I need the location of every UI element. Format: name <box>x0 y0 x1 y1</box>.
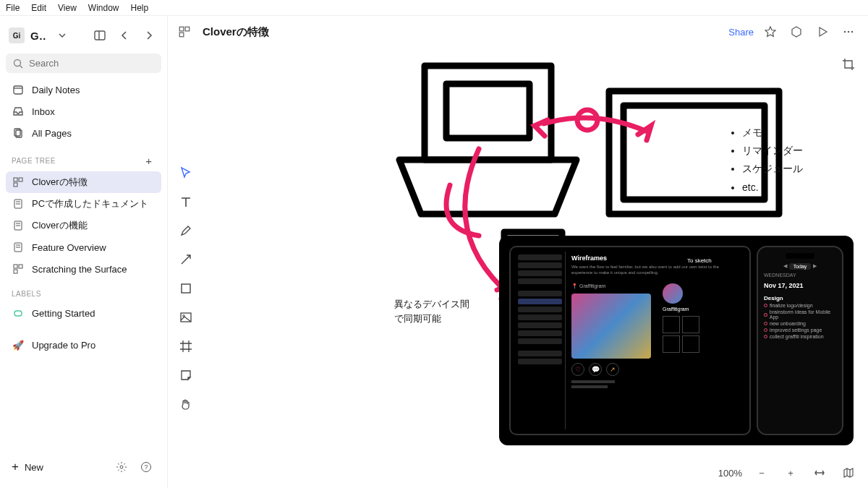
svg-rect-28 <box>185 27 190 31</box>
nav-inbox[interactable]: Inbox <box>6 100 161 122</box>
svg-rect-10 <box>14 183 17 187</box>
svg-line-3 <box>20 65 23 68</box>
new-button[interactable]: +New <box>12 460 106 474</box>
svg-rect-29 <box>179 33 184 37</box>
svg-rect-0 <box>95 31 105 40</box>
search-input[interactable] <box>6 53 161 73</box>
content-area: Cloverの特徴 Share <box>168 16 868 488</box>
svg-rect-23 <box>14 311 22 316</box>
section-pagetree: PAGE TREE + <box>6 150 161 171</box>
menu-bar: File Edit View Window Help <box>0 0 868 16</box>
tool-rectangle[interactable] <box>176 279 195 298</box>
menu-view[interactable]: View <box>58 3 77 13</box>
canvas[interactable]: 異なるデバイス間 で同期可能 メモ リマインダー スケジュール etc. <box>168 48 868 488</box>
tool-frame[interactable] <box>176 337 195 356</box>
chevron-down-icon[interactable] <box>53 26 72 45</box>
nav-all-pages[interactable]: All Pages <box>6 122 161 144</box>
help-icon[interactable]: ? <box>137 458 156 476</box>
menu-file[interactable]: File <box>6 3 20 13</box>
document-icon <box>12 197 25 210</box>
svg-text:?: ? <box>144 463 148 471</box>
svg-rect-20 <box>14 265 17 268</box>
page-item-feature-overview[interactable]: Feature Overview <box>6 236 161 258</box>
svg-rect-21 <box>19 265 22 268</box>
section-labels: LABELS <box>6 286 161 302</box>
back-icon[interactable] <box>115 26 134 45</box>
label-icon <box>12 307 25 320</box>
share-button[interactable]: Share <box>728 27 754 38</box>
more-icon[interactable] <box>839 22 858 41</box>
rocket-icon: 🚀 <box>12 338 25 351</box>
page-item-clover-func[interactable]: Cloverの機能 <box>6 215 161 236</box>
bullet-list: メモ リマインダー スケジュール etc. <box>729 124 803 197</box>
nav-daily-label: Daily Notes <box>32 85 80 95</box>
svg-rect-9 <box>19 178 22 181</box>
svg-point-31 <box>848 31 849 33</box>
nav-daily-notes[interactable]: Daily Notes <box>6 79 161 100</box>
page-item-pc-doc[interactable]: PCで作成したドキュメント <box>6 193 161 215</box>
canvas-mode-icon[interactable] <box>178 25 191 38</box>
tool-pointer[interactable] <box>176 163 195 182</box>
sidebar: Gi Gigagi... Daily Notes Inbox All Pages… <box>0 16 168 488</box>
svg-rect-27 <box>179 27 184 31</box>
document-icon <box>12 241 25 254</box>
fit-width-icon[interactable] <box>810 463 829 482</box>
canvas-icon <box>12 262 25 275</box>
canvas-annotation: 異なるデバイス間 で同期可能 <box>394 297 469 325</box>
document-title[interactable]: Cloverの特徴 <box>203 25 269 39</box>
workspace-name[interactable]: Gigagi... <box>30 30 47 42</box>
svg-point-24 <box>120 466 123 468</box>
svg-point-2 <box>14 59 21 66</box>
svg-rect-4 <box>14 86 22 94</box>
tool-arrow[interactable] <box>176 250 195 269</box>
label-getting-started[interactable]: Getting Started <box>6 302 161 324</box>
tool-sticky[interactable] <box>176 366 195 385</box>
canvas-footer: 100% − + <box>718 463 858 482</box>
svg-rect-22 <box>14 270 17 273</box>
split-view-icon[interactable] <box>90 26 109 45</box>
page-item-clover-features[interactable]: Cloverの特徴 <box>6 171 161 193</box>
svg-rect-33 <box>182 284 190 293</box>
play-icon[interactable] <box>813 22 832 41</box>
zoom-in-icon[interactable]: + <box>781 463 800 482</box>
tool-pen[interactable] <box>176 221 195 240</box>
document-icon <box>12 219 25 232</box>
svg-rect-8 <box>14 178 17 181</box>
star-icon[interactable] <box>761 22 780 41</box>
toolbar <box>176 163 195 414</box>
svg-point-30 <box>844 31 846 33</box>
calendar-icon <box>12 83 25 96</box>
search-icon <box>13 59 23 69</box>
crop-icon[interactable] <box>839 55 858 74</box>
tool-text[interactable] <box>176 192 195 211</box>
nav-allpages-label: All Pages <box>32 128 72 139</box>
menu-edit[interactable]: Edit <box>31 3 46 13</box>
menu-help[interactable]: Help <box>131 3 149 13</box>
hexagon-icon[interactable] <box>787 22 806 41</box>
svg-point-32 <box>851 31 853 33</box>
embedded-screenshot[interactable]: Wireframes We want the flow to feel fami… <box>499 236 854 445</box>
tool-image[interactable] <box>176 308 195 327</box>
settings-icon[interactable] <box>112 458 131 476</box>
pages-icon <box>12 127 25 140</box>
upgrade-button[interactable]: 🚀Upgrade to Pro <box>6 334 161 356</box>
canvas-icon <box>12 176 25 189</box>
zoom-level[interactable]: 100% <box>718 468 742 479</box>
nav-inbox-label: Inbox <box>32 106 55 117</box>
map-icon[interactable] <box>839 463 858 482</box>
forward-icon[interactable] <box>140 26 158 45</box>
workspace-badge: Gi <box>9 27 25 43</box>
tool-hand[interactable] <box>176 395 195 414</box>
zoom-out-icon[interactable]: − <box>752 463 771 482</box>
inbox-icon <box>12 105 25 118</box>
add-page-icon[interactable]: + <box>142 154 156 167</box>
page-item-scratching[interactable]: Scratching the Surface <box>6 258 161 280</box>
menu-window[interactable]: Window <box>88 3 119 13</box>
